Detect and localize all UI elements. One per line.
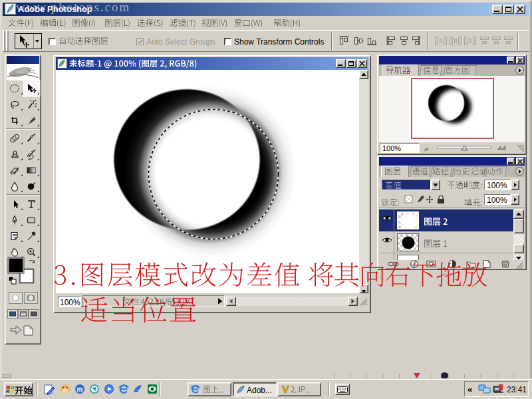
svg-text:m: m	[77, 386, 83, 393]
